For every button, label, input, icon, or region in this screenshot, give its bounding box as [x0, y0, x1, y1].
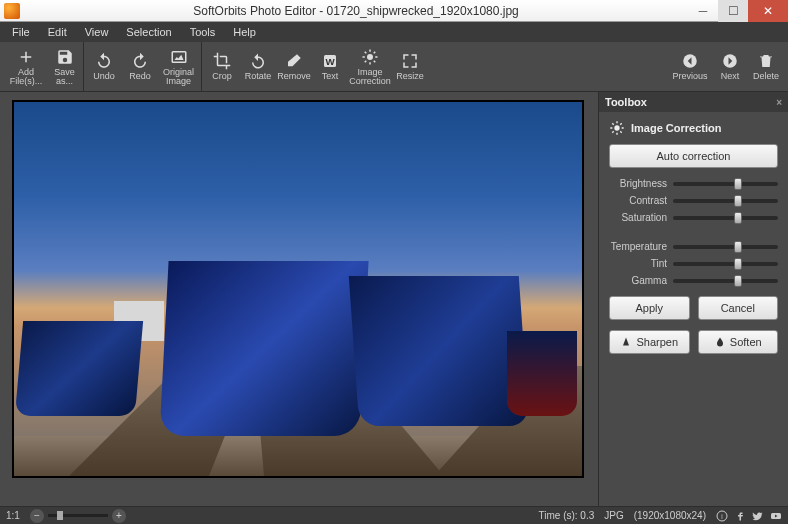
- zoom-control: − +: [30, 509, 126, 523]
- soften-button[interactable]: Soften: [698, 330, 779, 354]
- crop-icon: [213, 52, 231, 70]
- trash-icon: [757, 52, 775, 70]
- tint-slider[interactable]: [673, 262, 778, 266]
- toolbox-panel: Toolbox × Image Correction Auto correcti…: [598, 92, 788, 506]
- menu-file[interactable]: File: [4, 24, 38, 40]
- menu-edit[interactable]: Edit: [40, 24, 75, 40]
- sharpen-button[interactable]: Sharpen: [609, 330, 690, 354]
- toolbox-header: Toolbox ×: [599, 92, 788, 112]
- add-files-icon: [17, 48, 35, 66]
- eraser-icon: [285, 52, 303, 70]
- zoom-in-button[interactable]: +: [112, 509, 126, 523]
- brightness-label: Brightness: [609, 178, 667, 189]
- temperature-label: Temperature: [609, 241, 667, 252]
- youtube-icon[interactable]: [770, 510, 782, 522]
- resize-button[interactable]: Resize: [392, 42, 428, 91]
- auto-correction-button[interactable]: Auto correction: [609, 144, 778, 168]
- text-icon: W: [321, 52, 339, 70]
- format-status: JPG: [604, 510, 623, 521]
- save-as-button[interactable]: Save as...: [48, 42, 84, 91]
- undo-icon: [95, 52, 113, 70]
- rotate-icon: [249, 52, 267, 70]
- close-button[interactable]: ✕: [748, 0, 788, 22]
- redo-button[interactable]: Redo: [122, 42, 158, 91]
- soften-icon: [714, 336, 726, 348]
- brightness-icon: [609, 120, 625, 136]
- remove-button[interactable]: Remove: [276, 42, 312, 91]
- photo-preview: [12, 100, 584, 478]
- window-title: SoftOrbits Photo Editor - 01720_shipwrec…: [24, 4, 688, 18]
- dimensions-status: (1920x1080x24): [634, 510, 706, 521]
- zoom-slider[interactable]: [48, 514, 108, 517]
- maximize-button[interactable]: ☐: [718, 0, 748, 22]
- apply-button[interactable]: Apply: [609, 296, 690, 320]
- svg-text:i: i: [721, 512, 722, 519]
- resize-icon: [401, 52, 419, 70]
- saturation-label: Saturation: [609, 212, 667, 223]
- brightness-icon: [361, 48, 379, 66]
- twitter-icon[interactable]: [752, 510, 764, 522]
- add-files-button[interactable]: Add File(s)...: [4, 42, 48, 91]
- cancel-button[interactable]: Cancel: [698, 296, 779, 320]
- time-status: Time (s): 0.3: [539, 510, 595, 521]
- saturation-slider[interactable]: [673, 216, 778, 220]
- menu-help[interactable]: Help: [225, 24, 264, 40]
- app-icon: [4, 3, 20, 19]
- svg-point-6: [614, 125, 619, 130]
- zoom-ratio: 1:1: [6, 510, 20, 521]
- svg-rect-0: [172, 51, 186, 62]
- crop-button[interactable]: Crop: [204, 42, 240, 91]
- zoom-out-button[interactable]: −: [30, 509, 44, 523]
- previous-button[interactable]: Previous: [668, 42, 712, 91]
- menu-selection[interactable]: Selection: [118, 24, 179, 40]
- text-button[interactable]: W Text: [312, 42, 348, 91]
- delete-button[interactable]: Delete: [748, 42, 784, 91]
- original-icon: [170, 48, 188, 66]
- section-title: Image Correction: [609, 120, 778, 136]
- menu-tools[interactable]: Tools: [182, 24, 224, 40]
- minimize-button[interactable]: ─: [688, 0, 718, 22]
- contrast-slider[interactable]: [673, 199, 778, 203]
- gamma-label: Gamma: [609, 275, 667, 286]
- tint-label: Tint: [609, 258, 667, 269]
- menubar: File Edit View Selection Tools Help: [0, 22, 788, 42]
- toolbox-close-icon[interactable]: ×: [776, 97, 782, 108]
- statusbar: 1:1 − + Time (s): 0.3 JPG (1920x1080x24)…: [0, 506, 788, 524]
- facebook-icon[interactable]: [734, 510, 746, 522]
- rotate-button[interactable]: Rotate: [240, 42, 276, 91]
- redo-icon: [131, 52, 149, 70]
- original-image-button[interactable]: Original Image: [158, 42, 202, 91]
- titlebar: SoftOrbits Photo Editor - 01720_shipwrec…: [0, 0, 788, 22]
- info-icon[interactable]: i: [716, 510, 728, 522]
- sharpen-icon: [620, 336, 632, 348]
- undo-button[interactable]: Undo: [86, 42, 122, 91]
- canvas-area[interactable]: [0, 92, 598, 506]
- contrast-label: Contrast: [609, 195, 667, 206]
- menu-view[interactable]: View: [77, 24, 117, 40]
- brightness-slider[interactable]: [673, 182, 778, 186]
- previous-icon: [681, 52, 699, 70]
- next-icon: [721, 52, 739, 70]
- svg-text:W: W: [325, 56, 335, 67]
- toolbar: Add File(s)... Save as... Undo Redo Orig…: [0, 42, 788, 92]
- image-correction-button[interactable]: Image Correction: [348, 42, 392, 91]
- svg-point-3: [367, 54, 373, 60]
- gamma-slider[interactable]: [673, 279, 778, 283]
- next-button[interactable]: Next: [712, 42, 748, 91]
- save-icon: [56, 48, 74, 66]
- temperature-slider[interactable]: [673, 245, 778, 249]
